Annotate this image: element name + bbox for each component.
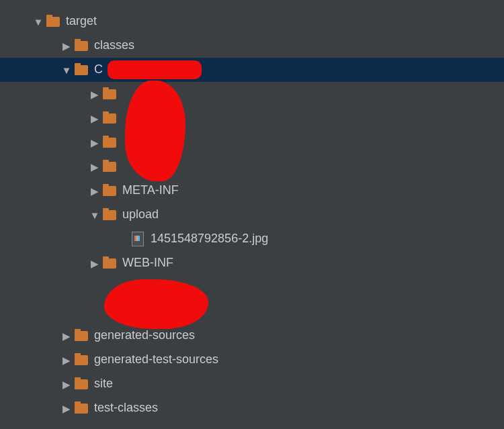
tree-label: target	[66, 13, 97, 30]
project-tree: ▼ target ▶ classes ▼ C ▶ ▶ ▶ ▶	[0, 0, 504, 420]
tree-row-redacted-child[interactable]: ▶	[0, 106, 504, 130]
chevron-right-icon[interactable]: ▶	[59, 401, 74, 416]
chevron-right-icon[interactable]: ▶	[87, 87, 102, 101]
folder-icon	[74, 377, 89, 391]
folder-icon	[74, 401, 89, 416]
chevron-right-icon[interactable]: ▶	[59, 353, 74, 367]
tree-label: upload	[122, 206, 159, 223]
chevron-right-icon[interactable]: ▶	[87, 256, 102, 271]
folder-icon	[102, 183, 117, 198]
tree-row-redacted-selected[interactable]: ▼ C	[0, 58, 504, 82]
tree-label: test-classes	[94, 399, 158, 416]
tree-row-webinf[interactable]: ▶ WEB-INF	[0, 251, 504, 275]
chevron-right-icon[interactable]: ▶	[59, 39, 74, 53]
tree-label: 1451548792856-2.jpg	[151, 230, 268, 247]
folder-icon	[74, 38, 89, 53]
tree-row-redacted-child[interactable]: ▶	[0, 299, 504, 324]
tree-row-generated-test-sources[interactable]: ▶ generated-test-sources	[0, 348, 504, 372]
tree-row-target[interactable]: ▼ target	[0, 9, 504, 34]
image-file-icon	[130, 232, 145, 246]
tree-row-test-classes[interactable]: ▶ test-classes	[0, 396, 504, 420]
tree-label: C	[94, 61, 103, 78]
folder-icon	[102, 87, 117, 101]
folder-icon	[74, 352, 89, 367]
chevron-down-icon[interactable]: ▼	[87, 208, 102, 222]
tree-row-upload[interactable]: ▼ upload	[0, 203, 504, 227]
folder-icon	[102, 256, 117, 271]
chevron-right-icon[interactable]: ▶	[59, 377, 74, 391]
chevron-down-icon[interactable]: ▼	[31, 15, 46, 29]
tree-label: generated-test-sources	[94, 351, 218, 368]
folder-icon	[102, 159, 117, 174]
chevron-right-icon[interactable]: ▶	[87, 111, 102, 126]
folder-icon	[46, 14, 60, 29]
tree-label: generated-sources	[94, 327, 195, 344]
folder-icon	[102, 111, 117, 126]
tree-label: classes	[94, 37, 134, 54]
folder-icon	[102, 135, 117, 150]
tree-row-redacted-child[interactable]: ▶	[0, 130, 504, 154]
tree-row-generated-sources[interactable]: ▶ generated-sources	[0, 324, 504, 348]
tree-row-redacted-child[interactable]: ▶	[0, 275, 504, 299]
tree-row-redacted-child[interactable]: ▶	[0, 154, 504, 179]
tree-label: site	[94, 375, 113, 392]
chevron-right-icon[interactable]: ▶	[87, 160, 102, 174]
tree-row-classes[interactable]: ▶ classes	[0, 34, 504, 58]
chevron-right-icon[interactable]: ▶	[87, 184, 102, 198]
tree-row-site[interactable]: ▶ site	[0, 372, 504, 396]
tree-label: WEB-INF	[122, 254, 173, 271]
folder-icon	[74, 62, 89, 77]
tree-label: META-INF	[122, 182, 179, 199]
chevron-right-icon[interactable]: ▶	[59, 329, 74, 343]
tree-row-metainf[interactable]: ▶ META-INF	[0, 179, 504, 203]
tree-row-redacted-child[interactable]: ▶	[0, 82, 504, 106]
tree-row-file-image[interactable]: ▶ 1451548792856-2.jpg	[0, 227, 504, 251]
chevron-down-icon[interactable]: ▼	[59, 63, 74, 77]
chevron-right-icon[interactable]: ▶	[87, 136, 102, 150]
folder-icon	[102, 207, 117, 222]
folder-icon	[74, 328, 89, 343]
